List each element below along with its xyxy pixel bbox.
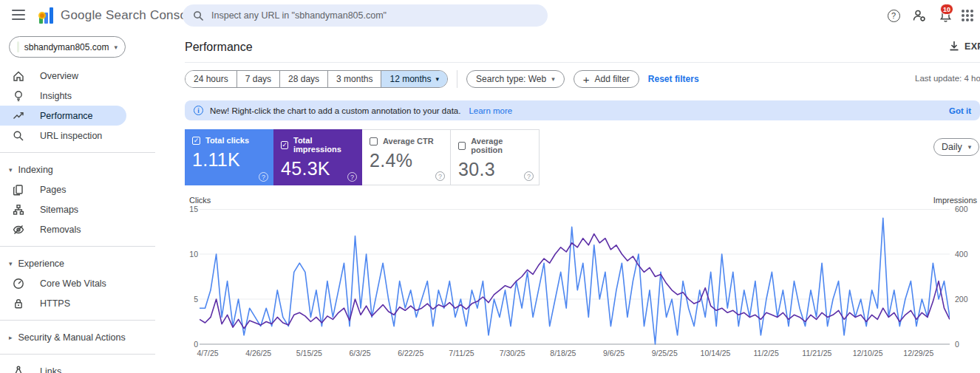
left-tick: 5 — [169, 295, 198, 304]
annotation-banner: i New! Right-click the chart to add a cu… — [185, 100, 980, 120]
property-selector[interactable]: sbhandyman805.com ▾ — [9, 36, 126, 58]
search-type-dropdown[interactable]: Search type: Web ▾ — [466, 70, 565, 88]
trending-up-icon — [12, 109, 25, 123]
range-chip-3-months[interactable]: 3 months — [327, 71, 381, 87]
x-tick: 12/29/25 — [895, 349, 942, 357]
sidebar-item-label: Overview — [40, 71, 78, 81]
learn-more-link[interactable]: Learn more — [469, 106, 512, 115]
metric-cards: ✓Total clicks1.11K?✓Total impressions45.… — [185, 129, 540, 185]
sidebar-section-indexing[interactable]: ▾Indexing — [0, 160, 170, 179]
banner-text: New! Right-click the chart to add a cust… — [210, 106, 460, 115]
metric-checkbox[interactable]: ✓ — [370, 137, 378, 146]
reset-filters-link[interactable]: Reset filters — [648, 74, 699, 84]
sidebar-item-insights[interactable]: Insights — [0, 86, 170, 106]
sidebar-section-security-manual-actions[interactable]: ▸Security & Manual Actions — [0, 327, 170, 347]
help-icon[interactable]: ? — [435, 171, 445, 181]
sidebar-divider — [0, 320, 155, 321]
product-name: Google Search Console — [61, 8, 197, 23]
export-button[interactable]: EXPORT — [949, 41, 980, 52]
granularity-dropdown[interactable]: Daily ▾ — [933, 138, 979, 156]
links-icon — [12, 365, 25, 373]
metric-checkbox[interactable]: ✓ — [458, 142, 466, 150]
left-tick: 0 — [169, 340, 198, 349]
sidebar-item-performance[interactable]: Performance — [0, 106, 126, 126]
metric-card-average-position[interactable]: ✓Average position30.3? — [451, 129, 540, 185]
sidebar-item-url-inspection[interactable]: URL inspection — [0, 126, 170, 146]
right-tick: 200 — [955, 295, 968, 304]
metric-card-total-impressions[interactable]: ✓Total impressions45.3K? — [273, 129, 362, 185]
lock-icon — [12, 297, 25, 310]
sidebar-item-label: Pages — [40, 185, 66, 195]
help-icon[interactable]: ? — [347, 172, 357, 182]
site-favicon-icon — [17, 41, 19, 52]
plus-icon: + — [583, 73, 590, 86]
left-tick: 10 — [169, 250, 198, 259]
got-it-button[interactable]: Got it — [949, 106, 971, 115]
sidebar-item-https[interactable]: HTTPS — [0, 293, 170, 313]
chart-plot-area[interactable] — [200, 209, 950, 345]
range-chip-12-months[interactable]: 12 months▾ — [381, 71, 447, 87]
sidebar-item-links[interactable]: Links — [0, 361, 170, 373]
sidebar-divider — [0, 152, 155, 153]
sidebar-item-label: Performance — [40, 111, 93, 121]
metric-checkbox[interactable]: ✓ — [192, 137, 200, 145]
range-chip-label: 28 days — [288, 74, 319, 84]
sidebar-item-overview[interactable]: Overview — [0, 66, 170, 86]
url-inspect-search-input[interactable]: Inspect any URL in "sbhandyman805.com" — [183, 4, 548, 27]
section-label: Security & Manual Actions — [18, 332, 126, 343]
sidebar-section-experience[interactable]: ▾Experience — [0, 253, 170, 273]
chevron-down-icon: ▾ — [9, 166, 13, 174]
top-bar: Google Search Console Inspect any URL in… — [0, 0, 980, 30]
metric-card-total-clicks[interactable]: ✓Total clicks1.11K? — [185, 129, 273, 185]
chevron-down-icon: ▾ — [436, 75, 440, 83]
account-settings-icon[interactable] — [911, 7, 928, 24]
range-chip-label: 24 hours — [194, 74, 228, 84]
x-tick: 4/7/25 — [184, 349, 231, 357]
notification-count-badge: 10 — [940, 4, 953, 15]
sidebar-item-pages[interactable]: Pages — [0, 179, 170, 199]
eye-off-icon — [12, 223, 25, 236]
metric-label: Total clicks — [205, 136, 249, 145]
x-tick: 6/22/25 — [387, 349, 435, 357]
sitemap-icon — [12, 203, 25, 216]
x-tick: 7/11/25 — [438, 349, 486, 357]
metric-card-average-ctr[interactable]: ✓Average CTR2.4%? — [362, 129, 451, 185]
chevron-right-icon: ▸ — [9, 334, 13, 341]
filter-row: 24 hours7 days28 days3 months12 months▾ … — [185, 70, 699, 88]
x-tick: 9/6/25 — [591, 349, 638, 357]
range-chip-28-days[interactable]: 28 days — [279, 71, 327, 87]
sidebar-item-core-web-vitals[interactable]: Core Web Vitals — [0, 273, 170, 293]
metric-label: Average CTR — [383, 137, 434, 146]
chevron-down-icon: ▾ — [114, 44, 118, 51]
page-title: Performance — [185, 41, 253, 54]
property-domain: sbhandyman805.com — [24, 42, 109, 52]
left-axis-label: Clicks — [189, 196, 211, 205]
range-chip-24-hours[interactable]: 24 hours — [186, 71, 237, 87]
metric-label: Average position — [471, 137, 531, 154]
metric-checkbox[interactable]: ✓ — [281, 141, 288, 149]
search-placeholder: Inspect any URL in "sbhandyman805.com" — [211, 10, 387, 21]
help-icon[interactable]: ? — [259, 172, 268, 182]
add-filter-button[interactable]: + Add filter — [574, 70, 639, 88]
sidebar-item-removals[interactable]: Removals — [0, 219, 170, 239]
range-chip-7-days[interactable]: 7 days — [237, 71, 279, 87]
apps-grid-icon[interactable] — [960, 7, 975, 24]
info-icon: i — [194, 106, 203, 115]
clicks-line — [200, 218, 950, 344]
hamburger-menu-icon[interactable] — [12, 10, 25, 20]
right-tick: 400 — [955, 250, 968, 259]
x-tick: 5/15/25 — [285, 349, 333, 357]
sidebar-item-label: Core Web Vitals — [40, 278, 106, 289]
help-icon[interactable]: ? — [885, 7, 902, 24]
sidebar-divider — [0, 246, 155, 247]
x-tick: 4/26/25 — [235, 349, 282, 357]
metric-label: Total impressions — [293, 136, 355, 154]
help-icon[interactable]: ? — [524, 171, 534, 181]
last-update-text: Last update: 4 hours — [915, 74, 980, 83]
sidebar-item-label: Removals — [40, 225, 81, 235]
right-tick: 600 — [955, 205, 968, 213]
sidebar-item-sitemaps[interactable]: Sitemaps — [0, 199, 170, 219]
sidebar-item-label: URL inspection — [40, 131, 102, 141]
range-chip-label: 7 days — [245, 74, 271, 84]
section-label: Experience — [18, 259, 65, 269]
